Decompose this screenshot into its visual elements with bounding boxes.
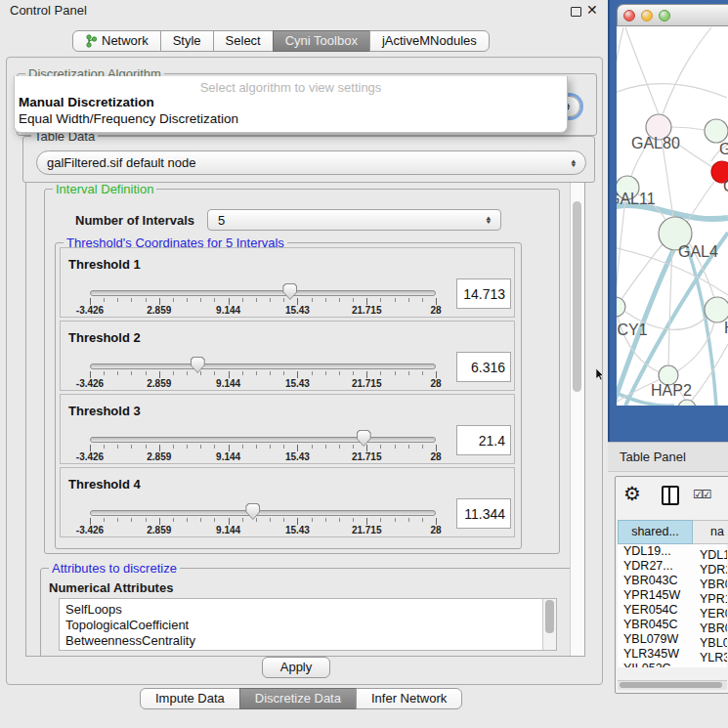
tab-label: Discretize Data xyxy=(255,689,341,708)
network-edge xyxy=(668,250,672,365)
network-icon xyxy=(85,34,98,48)
gear-icon[interactable]: ⚙ xyxy=(623,482,641,505)
table-rows: YDL19...YDL1YDR27...YDR2YBR043CYBR0YPR14… xyxy=(618,544,727,667)
slider-scale-labels: -3.4262.8599.14415.4321.71528 xyxy=(90,451,436,463)
slider-track[interactable] xyxy=(90,364,436,369)
attributes-scrollbar[interactable] xyxy=(542,599,556,650)
threshold-slider[interactable]: -3.4262.8599.14415.4321.71528 xyxy=(90,283,436,315)
slider-scale-labels: -3.4262.8599.14415.4321.71528 xyxy=(90,525,436,536)
table-panel-title: Table Panel xyxy=(620,450,686,464)
attribute-item[interactable]: SelfLoops xyxy=(60,602,556,618)
threshold-box: Threshold 4-3.4262.8599.14415.4321.71528… xyxy=(60,467,515,537)
tab-label: Impute Data xyxy=(155,689,225,708)
slider-track[interactable] xyxy=(90,290,436,296)
tab-label: Infer Network xyxy=(371,689,447,708)
network-node-label: C xyxy=(723,178,728,194)
network-node[interactable] xyxy=(705,119,728,143)
tab-style[interactable]: Style xyxy=(160,30,214,52)
table-header-row: shared... na xyxy=(618,520,728,544)
threshold-label: Threshold 1 xyxy=(68,257,141,272)
table-horizontal-scrollbar[interactable] xyxy=(618,680,727,690)
network-node[interactable] xyxy=(617,297,625,317)
network-node[interactable] xyxy=(678,400,696,406)
tab-cyni-toolbox[interactable]: Cyni Toolbox xyxy=(273,30,370,52)
slider-track[interactable] xyxy=(90,510,436,516)
tab-label: Cyni Toolbox xyxy=(285,31,358,51)
network-window: GAL80GACGAL11GAL4GCY1HHAP2 xyxy=(617,4,728,406)
threshold-box: Threshold 2-3.4262.8599.14415.4321.71528… xyxy=(60,321,515,391)
table-panel-titlebar: Table Panel xyxy=(608,442,728,472)
table-data-combobox[interactable]: galFiltered.sif default node ▲▼ xyxy=(36,150,586,175)
close-traffic-light[interactable] xyxy=(623,10,635,21)
table-row[interactable]: YER054CYER0 xyxy=(618,603,727,618)
table-row[interactable]: YPR145WYPR1 xyxy=(618,588,727,603)
table-data-value: galFiltered.sif default node xyxy=(37,155,569,170)
column-header-shared[interactable]: shared... xyxy=(618,520,693,544)
network-node-label: H xyxy=(724,320,728,336)
tab-select[interactable]: Select xyxy=(213,30,274,52)
zoom-traffic-light[interactable] xyxy=(659,10,670,21)
apply-button[interactable]: Apply xyxy=(262,657,330,678)
table-data-group: Table Data galFiltered.sif default node … xyxy=(22,136,595,183)
tab-label: jActiveMNodules xyxy=(382,31,477,51)
slider-scale-labels: -3.4262.8599.14415.4321.71528 xyxy=(90,305,436,317)
select-attributes-icon[interactable]: ☑☑ xyxy=(693,488,710,501)
top-tab-bar: NetworkStyleSelectCyni ToolboxjActiveMNo… xyxy=(72,30,490,52)
app-root: Control Panel ✕ NetworkStyleSelectCyni T… xyxy=(0,0,728,728)
close-icon[interactable]: ✕ xyxy=(586,2,598,18)
tab-jactivemnodules[interactable]: jActiveMNodules xyxy=(369,30,490,52)
table-row[interactable]: YBR045CYBR0 xyxy=(618,618,727,632)
mouse-cursor xyxy=(596,368,607,381)
table-row[interactable]: YLR345WYLR3 xyxy=(618,647,727,662)
network-edge xyxy=(625,27,659,114)
cell-shared-name: YLR345W xyxy=(618,647,697,662)
settings-scroll-area: Interval Definition Number of Intervals … xyxy=(25,182,585,657)
interval-group-title: Interval Definition xyxy=(53,182,156,196)
cell-shared-name: YBL079W xyxy=(618,632,697,647)
network-edge xyxy=(671,127,705,130)
panel-title: Control Panel xyxy=(10,3,87,18)
numerical-attributes-list[interactable]: SelfLoopsTopologicalCoefficientBetweenne… xyxy=(59,598,557,651)
control-panel-titlebar: Control Panel ✕ xyxy=(0,0,608,21)
network-node-label: GAL11 xyxy=(617,191,656,207)
tab-network[interactable]: Network xyxy=(72,30,161,52)
table-panel: ⚙ ☑☑ shared... na YDL19...YDL1YDR27...YD… xyxy=(615,476,728,694)
table-row[interactable]: YBR043CYBR0 xyxy=(618,574,727,588)
num-intervals-combobox[interactable]: 5 ▲▼ xyxy=(207,209,501,231)
tab-discretize-data[interactable]: Discretize Data xyxy=(239,688,357,709)
threshold-slider[interactable]: -3.4262.8599.14415.4321.71528 xyxy=(90,357,436,388)
settings-vertical-scrollbar[interactable] xyxy=(570,183,584,656)
threshold-value-field[interactable]: 21.4 xyxy=(456,425,511,455)
attributes-group: Attributes to discretize Numerical Attri… xyxy=(40,568,576,657)
combo-arrows-icon: ▲▼ xyxy=(484,216,493,224)
columns-icon[interactable] xyxy=(662,486,679,505)
interval-definition-group: Interval Definition Number of Intervals … xyxy=(44,189,560,554)
network-edge xyxy=(617,27,623,117)
table-row[interactable]: YDL19...YDL1 xyxy=(618,544,727,559)
threshold-slider[interactable]: -3.4262.8599.14415.4321.71528 xyxy=(90,430,436,461)
network-node-label: GA xyxy=(719,141,728,157)
thresholds-group: Threshold's Coordinates for 5 Intervals … xyxy=(55,242,522,549)
attribute-item[interactable]: TopologicalCoefficient xyxy=(60,618,556,633)
algorithm-option[interactable]: Equal Width/Frequency Discretization xyxy=(19,111,238,126)
threshold-label: Threshold 4 xyxy=(68,477,141,492)
tab-infer-network[interactable]: Infer Network xyxy=(356,688,462,709)
table-row[interactable]: YIL052CYIL0 xyxy=(618,662,727,667)
network-canvas[interactable]: GAL80GACGAL11GAL4GCY1HHAP2 xyxy=(617,26,728,406)
threshold-slider[interactable]: -3.4262.8599.14415.4321.71528 xyxy=(90,503,436,535)
minimize-traffic-light[interactable] xyxy=(641,10,653,21)
column-header-name[interactable]: na xyxy=(693,520,728,544)
float-window-icon[interactable] xyxy=(571,7,581,17)
tab-label: Select xyxy=(226,31,261,51)
tab-impute-data[interactable]: Impute Data xyxy=(140,688,240,709)
attribute-item[interactable]: BetweennessCentrality xyxy=(60,633,556,649)
slider-track[interactable] xyxy=(90,437,436,443)
table-row[interactable]: YDR27...YDR2 xyxy=(618,559,727,574)
threshold-value-field[interactable]: 6.316 xyxy=(456,352,511,382)
algorithm-option[interactable]: Manual Discretization xyxy=(19,95,154,109)
cell-shared-name: YER054C xyxy=(618,603,697,618)
table-row[interactable]: YBL079WYBL0 xyxy=(618,632,727,647)
network-node-label: GAL4 xyxy=(678,243,718,260)
threshold-value-field[interactable]: 14.713 xyxy=(456,278,511,309)
threshold-value-field[interactable]: 11.344 xyxy=(456,498,511,529)
